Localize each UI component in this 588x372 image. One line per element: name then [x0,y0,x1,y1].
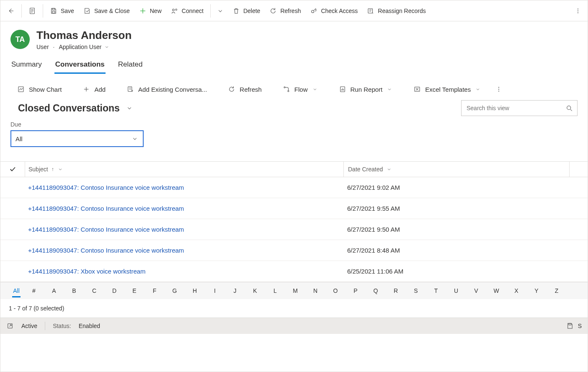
table-row[interactable]: +1441189093047: Contoso Insurance voice … [0,198,588,219]
tab-summary[interactable]: Summary [10,58,43,74]
form-selector-button[interactable] [24,3,40,18]
subject-link[interactable]: +1441189093047: Contoso Insurance voice … [28,247,184,254]
connect-split-button[interactable] [213,3,227,18]
due-label: Due [10,121,578,128]
chart-icon [17,85,25,93]
search-input[interactable] [466,104,562,112]
save-icon[interactable] [566,322,574,330]
alpha-l[interactable]: L [265,282,285,299]
alpha-d[interactable]: D [104,282,124,299]
alpha-k[interactable]: K [245,282,265,299]
alpha-t[interactable]: T [426,282,446,299]
subject-link[interactable]: +1441189093047: Contoso Insurance voice … [28,205,184,212]
alpha-v[interactable]: V [466,282,486,299]
flow-button[interactable]: Flow [278,82,323,97]
svg-rect-32 [569,323,571,325]
trash-icon [232,7,240,15]
reassign-button[interactable]: Reassign Records [363,3,430,18]
due-select[interactable]: All [10,130,144,147]
show-chart-label: Show Chart [29,86,62,93]
check-access-button[interactable]: Check Access [306,3,362,18]
alpha-q[interactable]: Q [366,282,386,299]
column-date[interactable]: Date Created [344,162,570,177]
alpha-j[interactable]: J [225,282,245,299]
back-button[interactable] [3,3,19,18]
connect-label: Connect [182,8,204,14]
search-box[interactable] [461,100,578,116]
alpha-e[interactable]: E [124,282,144,299]
alpha-all[interactable]: All [9,282,24,299]
chevron-down-icon [131,135,139,142]
refresh-icon [228,85,235,93]
alpha-u[interactable]: U [446,282,466,299]
separator [21,4,22,18]
svg-point-13 [578,10,578,11]
new-button[interactable]: New [135,3,166,18]
select-all-column[interactable] [0,162,25,177]
add-existing-label: Add Existing Conversa... [138,86,207,93]
excel-templates-button[interactable]: Excel Templates [408,82,486,97]
alpha-f[interactable]: F [144,282,165,299]
alpha-r[interactable]: R [386,282,406,299]
subject-link[interactable]: +1441189093047: Xbox voice workstream [28,268,146,275]
connect-button[interactable]: Connect [167,3,208,18]
save-hint: S [578,323,582,329]
tab-related[interactable]: Related [117,58,144,74]
alpha-x[interactable]: X [506,282,526,299]
more-vertical-icon [574,7,582,15]
alpha-c[interactable]: C [84,282,104,299]
status-bar: Active Status: Enabled S [0,318,588,334]
alpha-y[interactable]: Y [526,282,547,299]
alpha-#[interactable]: # [24,282,44,299]
alpha-m[interactable]: M [285,282,305,299]
table-row[interactable]: +1441189093047: Xbox voice workstream6/2… [0,261,588,282]
table-row[interactable]: +1441189093047: Contoso Insurance voice … [0,177,588,198]
conversations-grid: Subject ↑ Date Created +1441189093047: C… [0,161,588,282]
tab-conversations[interactable]: Conversations [54,58,106,74]
svg-rect-5 [52,11,55,13]
table-row[interactable]: +1441189093047: Contoso Insurance voice … [0,240,588,261]
delete-button[interactable]: Delete [228,3,264,18]
alpha-o[interactable]: O [325,282,346,299]
save-close-button[interactable]: Save & Close [79,3,134,18]
show-chart-button[interactable]: Show Chart [12,82,67,97]
separator [43,4,43,18]
tab-list: SummaryConversationsRelated [0,50,588,74]
due-filter: Due All [0,116,588,147]
alpha-g[interactable]: G [165,282,185,299]
reassign-label: Reassign Records [378,8,426,14]
popout-icon[interactable] [6,322,14,330]
sub-refresh-button[interactable]: Refresh [223,82,267,97]
chevron-down-icon[interactable] [386,166,392,172]
search-icon[interactable] [565,104,573,112]
alpha-z[interactable]: Z [547,282,567,299]
alpha-w[interactable]: W [486,282,506,299]
record-type-picker[interactable]: Application User [59,44,110,50]
view-title-label: Closed Conversations [18,103,120,114]
run-report-button[interactable]: Run Report [334,82,398,97]
subgrid-overflow-button[interactable] [490,82,508,97]
alpha-h[interactable]: H [185,282,205,299]
key-icon [310,7,317,15]
alpha-b[interactable]: B [64,282,84,299]
svg-point-20 [288,90,289,92]
grid-header: Subject ↑ Date Created [0,161,588,177]
command-bar: Save Save & Close New Connect Delete [0,0,588,21]
table-row[interactable]: +1441189093047: Contoso Insurance voice … [0,219,588,240]
subject-link[interactable]: +1441189093047: Contoso Insurance voice … [28,226,184,233]
refresh-button[interactable]: Refresh [265,3,305,18]
overflow-button[interactable] [571,3,585,18]
subject-link[interactable]: +1441189093047: Contoso Insurance voice … [28,184,184,191]
view-selector[interactable]: Closed Conversations [18,103,133,114]
alpha-i[interactable]: I [205,282,225,299]
save-button[interactable]: Save [46,3,78,18]
add-button[interactable]: Add [77,82,111,97]
dot-separator: · [53,44,55,50]
column-subject[interactable]: Subject ↑ [25,162,344,177]
chevron-down-icon[interactable] [57,166,63,172]
alpha-n[interactable]: N [305,282,325,299]
alpha-p[interactable]: P [346,282,366,299]
alpha-s[interactable]: S [406,282,426,299]
alpha-a[interactable]: A [44,282,64,299]
add-existing-button[interactable]: Add Existing Conversa... [121,82,212,97]
